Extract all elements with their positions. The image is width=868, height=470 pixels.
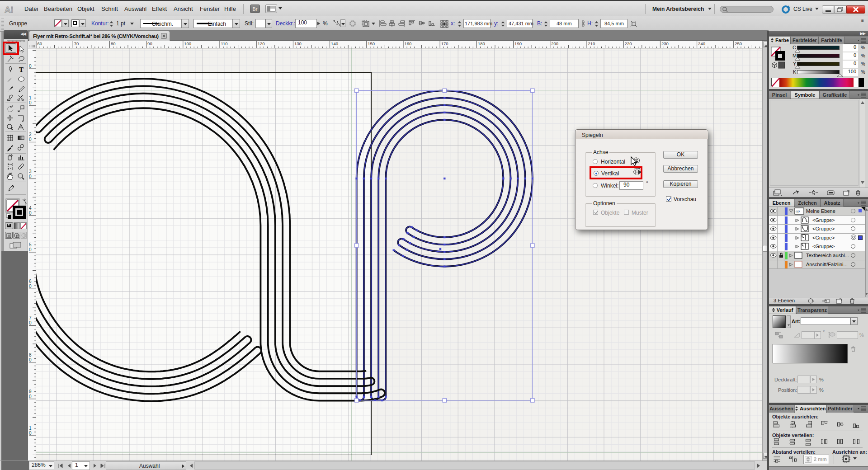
svg-text:0: 0	[29, 431, 32, 436]
svg-text:0: 0	[29, 357, 32, 362]
svg-text:170: 170	[441, 41, 448, 46]
svg-text:9: 9	[29, 389, 32, 394]
svg-text:190: 190	[514, 41, 522, 46]
svg-text:7: 7	[29, 315, 32, 320]
svg-text:ap: ap	[796, 209, 800, 213]
svg-text:80: 80	[111, 41, 116, 46]
svg-text:200: 200	[551, 41, 558, 46]
svg-text:220: 220	[625, 41, 632, 46]
svg-text:4: 4	[29, 206, 32, 211]
svg-text:6: 6	[29, 279, 32, 284]
svg-text:100: 100	[184, 41, 191, 46]
svg-text:Ai: Ai	[5, 5, 13, 14]
svg-text:140: 140	[331, 41, 338, 46]
svg-text:1: 1	[29, 426, 32, 431]
svg-text:160: 160	[405, 41, 412, 46]
svg-text:0: 0	[29, 137, 32, 142]
svg-text:8: 8	[29, 352, 32, 357]
svg-text:0: 0	[29, 247, 32, 252]
svg-text:0: 0	[29, 394, 32, 399]
svg-text:90: 90	[147, 41, 152, 46]
svg-text:210: 210	[588, 41, 595, 46]
svg-text:0: 0	[29, 320, 32, 325]
svg-text:0: 0	[29, 64, 32, 69]
svg-text:0: 0	[29, 174, 32, 179]
svg-text:0: 0	[29, 284, 32, 289]
svg-text:0: 0	[29, 100, 32, 105]
svg-text:5: 5	[29, 242, 32, 247]
svg-text:250: 250	[735, 41, 742, 46]
svg-text:120: 120	[258, 41, 265, 46]
svg-text:2: 2	[29, 132, 32, 137]
svg-text:150: 150	[368, 41, 375, 46]
svg-text:T: T	[19, 66, 24, 73]
svg-text:130: 130	[294, 41, 302, 46]
svg-text:240: 240	[698, 41, 705, 46]
svg-text:1: 1	[29, 95, 32, 100]
svg-text:0: 0	[29, 211, 32, 216]
svg-text:110: 110	[221, 41, 228, 46]
svg-text:3: 3	[29, 169, 32, 174]
svg-text:230: 230	[661, 41, 669, 46]
svg-text:70: 70	[74, 41, 79, 46]
svg-text:180: 180	[478, 41, 485, 46]
svg-text:60: 60	[38, 41, 42, 46]
